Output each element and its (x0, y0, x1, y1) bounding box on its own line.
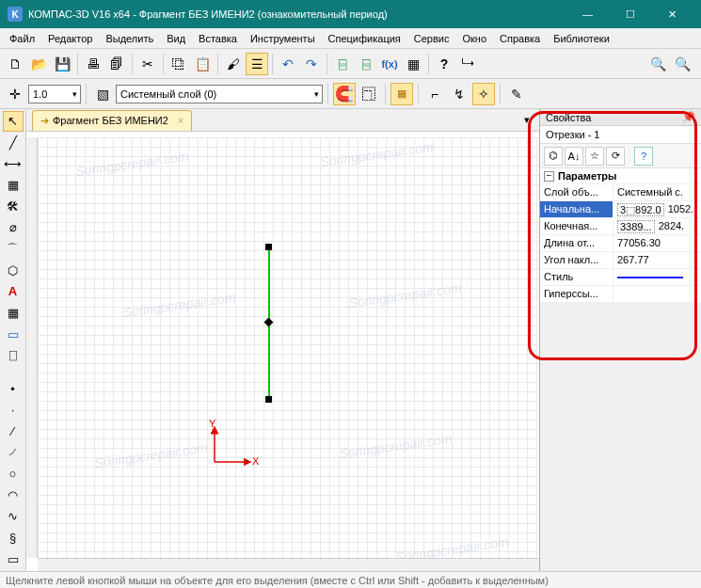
tool-edit[interactable]: 🛠 (3, 197, 24, 217)
layers-icon[interactable]: ▧ (91, 83, 114, 105)
prop-btn-help[interactable]: ? (634, 147, 653, 166)
doc-tab-close[interactable]: × (178, 115, 183, 126)
handle-end[interactable] (265, 396, 272, 403)
tool-hatch[interactable]: ▦ (3, 175, 24, 196)
ortho-button[interactable]: ⌐ (423, 83, 446, 105)
property-value[interactable]: Системный с. (613, 184, 701, 200)
zoom-fit-button[interactable]: 🔍 (671, 53, 693, 75)
fit-button[interactable]: ⿹ (358, 83, 380, 105)
menu-view[interactable]: Вид (161, 31, 191, 46)
variables-button[interactable]: ▦ (402, 53, 424, 75)
tool-arc[interactable]: ◠ (3, 485, 24, 505)
layer-combo[interactable]: Системный слой (0) (116, 85, 323, 103)
tool-bezier[interactable]: § (3, 528, 24, 548)
help-button[interactable]: ? (433, 53, 455, 75)
tool-designations[interactable]: ⟷ (3, 153, 24, 174)
tab-menu[interactable]: ▾ (520, 114, 534, 126)
handle-mid[interactable] (264, 318, 274, 327)
tool-table[interactable]: ▦ (3, 303, 24, 324)
undo-button[interactable]: ↶ (277, 53, 299, 75)
properties-button[interactable]: ☰ (246, 53, 268, 75)
prop-btn-refresh[interactable]: ⟳ (606, 147, 625, 166)
menu-instruments[interactable]: Инструменты (245, 31, 321, 46)
tool-circle[interactable]: ○ (3, 464, 24, 485)
tool-auxline[interactable]: · (3, 400, 24, 421)
tool-measure[interactable]: ⌒ (3, 239, 24, 260)
menu-select[interactable]: Выделить (100, 31, 159, 46)
tool-geometry[interactable]: ↖ (3, 111, 24, 132)
property-value[interactable]: 77056.30 (613, 235, 701, 251)
cut-button[interactable]: ✂ (136, 53, 159, 75)
tool-rect[interactable]: ▭ (3, 548, 24, 569)
property-value[interactable]: 3389...2824. (613, 218, 701, 234)
property-row[interactable]: Начальна...3⬚892.01052. (540, 201, 701, 218)
zoom-in-button[interactable]: 🔍 (646, 53, 669, 75)
new-doc-button[interactable]: 🗋 (4, 53, 26, 75)
maximize-button[interactable]: ☐ (609, 0, 651, 28)
grid-button[interactable]: ▦ (390, 83, 413, 105)
property-row[interactable]: Слой объ...Системный с. (540, 184, 701, 201)
menu-help[interactable]: Справка (494, 31, 546, 46)
autoaxis-button[interactable]: ✧ (472, 83, 495, 105)
paste-button[interactable]: 📋 (191, 53, 214, 75)
redo-button[interactable]: ↷ (300, 53, 323, 75)
library2-button[interactable]: ⌸ (355, 53, 377, 75)
close-button[interactable]: ✕ (651, 0, 693, 28)
save-button[interactable]: 💾 (51, 53, 73, 75)
doc-tab-active[interactable]: ➜ Фрагмент БЕЗ ИМЕНИ2 × (32, 110, 192, 131)
copy-button[interactable]: ⿻ (167, 53, 190, 75)
tool-spline[interactable]: ∿ (3, 506, 24, 527)
prop-btn-favorite[interactable]: ☆ (585, 147, 604, 166)
menu-service[interactable]: Сервис (408, 31, 455, 46)
ruler-vertical[interactable] (26, 137, 38, 558)
print-button[interactable]: 🖶 (82, 53, 104, 75)
menu-file[interactable]: Файл (4, 31, 40, 46)
menu-insert[interactable]: Вставка (193, 31, 243, 46)
tool-segment2[interactable]: ⟋ (3, 442, 24, 463)
tool-parametric[interactable]: ⌀ (3, 217, 24, 238)
property-row[interactable]: Угол накл...267.77 (540, 252, 701, 269)
brush-button[interactable]: 🖌 (222, 53, 245, 75)
whatsthis-button[interactable]: ⮡ (456, 53, 479, 75)
main-area: ↖ ╱ ⟷ ▦ 🛠 ⌀ ⌒ ⬡ А ▦ ▭ ⎕ • · ∕ ⟋ ○ ◠ ∿ § … (0, 109, 701, 571)
property-row[interactable]: Конечная...3389...2824. (540, 218, 701, 235)
minimize-button[interactable]: — (566, 0, 609, 28)
property-row[interactable]: Длина от...77056.30 (540, 235, 701, 252)
prop-group-header[interactable]: − Параметры (540, 168, 701, 184)
tool-dimensions[interactable]: ╱ (3, 133, 24, 153)
tool-text[interactable]: А (3, 281, 24, 302)
property-value[interactable]: 3⬚892.01052. (613, 201, 701, 217)
pin-icon[interactable]: 📌 (682, 111, 695, 123)
menu-window[interactable]: Окно (456, 31, 492, 46)
menu-editor[interactable]: Редактор (42, 31, 98, 46)
property-row[interactable]: Гиперссы... (540, 286, 701, 303)
round-button[interactable]: ↯ (448, 83, 470, 105)
properties-titlebar[interactable]: Свойства 📌 (540, 109, 701, 126)
tool-select[interactable]: ⬡ (3, 260, 24, 280)
handle-start[interactable] (265, 244, 272, 250)
snap-button[interactable]: ✛ (4, 83, 26, 105)
magnet-button[interactable]: 🧲 (333, 83, 356, 105)
open-button[interactable]: 📂 (27, 53, 50, 75)
property-value[interactable] (613, 269, 701, 285)
ruler-horizontal[interactable] (38, 558, 539, 571)
tool-segment[interactable]: ∕ (3, 421, 24, 442)
pen-button[interactable]: ✎ (505, 83, 528, 105)
property-value[interactable]: 267.77 (613, 252, 701, 268)
library1-button[interactable]: ⌸ (331, 53, 354, 75)
prop-btn-categorized[interactable]: ⌬ (544, 147, 563, 166)
collapse-icon[interactable]: − (544, 171, 554, 182)
property-row[interactable]: Стиль (540, 269, 701, 286)
separator (327, 84, 328, 104)
menu-libraries[interactable]: Библиотеки (548, 31, 615, 46)
fx-button[interactable]: f(x) (378, 53, 401, 75)
drawing-canvas[interactable]: X Y Soringpcrepair.com Soringpcrepair.co… (38, 137, 539, 571)
preview-button[interactable]: 🗐 (105, 53, 128, 75)
tool-point[interactable]: • (3, 378, 24, 399)
property-value[interactable] (613, 286, 701, 302)
menu-spec[interactable]: Спецификация (323, 31, 406, 46)
tool-view[interactable]: ▭ (3, 324, 24, 344)
tool-report[interactable]: ⎕ (3, 345, 24, 366)
scale-combo[interactable]: 1.0 (28, 85, 81, 103)
prop-btn-alpha[interactable]: A↓ (565, 147, 583, 166)
